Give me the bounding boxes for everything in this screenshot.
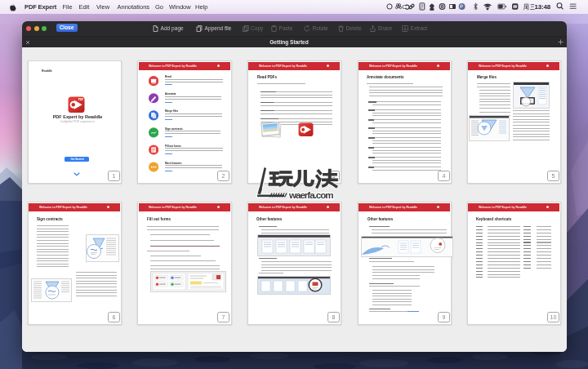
svg-text:PDF: PDF	[78, 98, 84, 101]
svg-text:waerfa.com: waerfa.com	[288, 189, 333, 200]
